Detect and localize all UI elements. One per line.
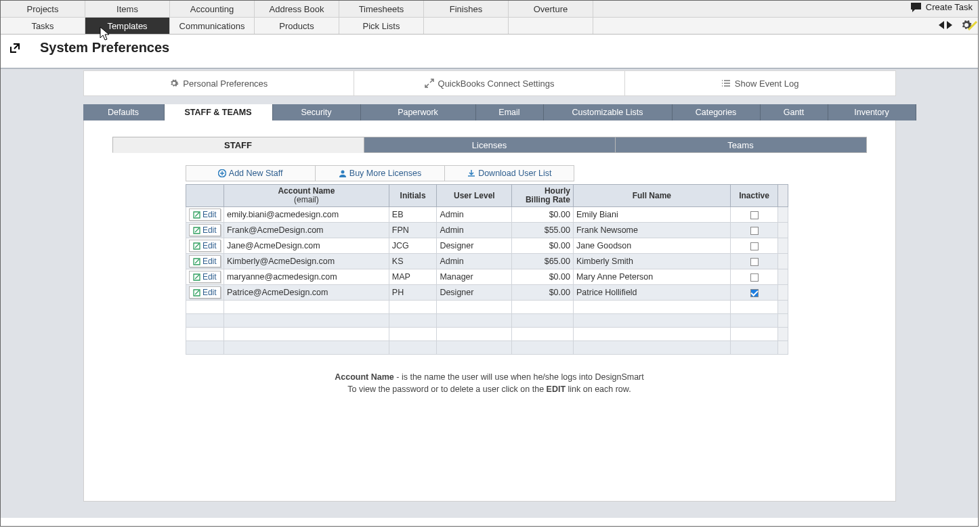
scroll-gutter [778,285,788,301]
nav-item-timesheets[interactable]: Timesheets [339,1,424,17]
pref-tab-categories[interactable]: Categories [673,104,761,120]
edit-button[interactable]: Edit [189,271,221,283]
cell-initials: KS [389,254,437,269]
preference-tabs: DefaultsSTAFF & TEAMSSecurityPaperworkEm… [83,104,896,120]
cell-fullname: Emily Biani [573,207,730,223]
checkbox-icon[interactable] [750,242,759,250]
personal-preferences-button[interactable]: Personal Preferences [83,70,355,96]
cell-rate: $0.00 [512,269,574,285]
staff-subtabs: STAFFLicensesTeams [112,137,867,153]
cell-fullname: Kimberly Smith [573,254,730,269]
cell-fullname: Patrice Hollifield [573,285,730,301]
edit-button[interactable]: Edit [189,255,221,267]
checkbox-icon[interactable] [750,273,759,282]
cell-level: Admin [437,254,512,269]
nav-prev-icon[interactable] [939,21,944,29]
nav-item-items[interactable]: Items [85,1,170,17]
nav-next-icon[interactable] [947,21,952,29]
pref-tab-customizable-lists[interactable]: Customizable Lists [544,104,673,120]
pref-tab-paperwork[interactable]: Paperwork [361,104,476,120]
subnav-item-templates[interactable]: Templates [85,18,170,34]
pref-tab-security[interactable]: Security [273,104,361,120]
show-event-log-label: Show Event Log [735,79,799,89]
cell-initials: EB [389,207,437,223]
cell-rate: $0.00 [512,238,574,254]
subtab-teams[interactable]: Teams [616,137,867,153]
nav-item-address-book[interactable]: Address Book [255,1,339,17]
subnav-item-products[interactable]: Products [255,18,339,34]
create-task-button[interactable]: Create Task [911,2,973,12]
checkbox-icon[interactable] [750,227,759,235]
checkbox-icon[interactable] [750,211,759,219]
cell-initials: PH [389,285,437,301]
scroll-gutter [778,254,788,269]
table-row-empty [186,341,788,355]
cell-level: Designer [437,238,512,254]
add-new-staff-button[interactable]: Add New Staff [186,165,316,181]
scroll-gutter [778,223,788,238]
cell-inactive[interactable] [730,223,778,238]
download-user-list-label: Download User List [478,169,551,178]
edit-button[interactable]: Edit [189,240,221,252]
pref-tab-gantt[interactable]: Gantt [761,104,828,120]
pref-tab-email[interactable]: Email [476,104,544,120]
table-row-empty [186,328,788,341]
pref-tab-defaults[interactable]: Defaults [83,104,165,120]
nav-item-finishes[interactable]: Finishes [424,1,509,17]
cell-email: Kimberly@AcmeDesign.com [223,254,389,269]
subnav-item-communications[interactable]: Communications [170,18,255,34]
col-edit [186,185,223,207]
add-new-staff-label: Add New Staff [229,169,283,178]
help-l1-rest: - is the name the user will use when he/… [394,372,644,382]
svg-line-0 [968,22,977,30]
cell-fullname: Frank Newsome [573,223,730,238]
subtab-staff[interactable]: STAFF [112,137,364,153]
subnav-item-blank [509,18,593,34]
scroll-gutter [778,207,788,223]
edit-button[interactable]: Edit [189,224,221,236]
help-l2-b: EDIT [547,384,566,394]
cell-inactive[interactable] [730,254,778,269]
scroll-gutter [778,238,788,254]
popout-icon[interactable] [9,42,21,54]
person-icon [339,169,347,177]
cell-inactive[interactable] [730,238,778,254]
checkbox-icon[interactable] [750,289,759,297]
table-row: EditFrank@AcmeDesign.comFPNAdmin$55.00Fr… [186,223,788,238]
cell-inactive[interactable] [730,285,778,301]
edit-button[interactable]: Edit [189,208,221,221]
cell-email: Frank@AcmeDesign.com [223,223,389,238]
col-level: User Level [437,185,512,207]
cell-inactive[interactable] [730,207,778,223]
show-event-log-button[interactable]: Show Event Log [625,70,896,96]
subnav-item-tasks[interactable]: Tasks [1,18,85,34]
table-row: Editemily.biani@acmedesign.comEBAdmin$0.… [186,207,788,223]
nav-item-overture[interactable]: Overture [509,1,593,17]
help-l2-c: link on each row. [566,384,631,394]
cell-rate: $0.00 [512,207,574,223]
cell-rate: $0.00 [512,285,574,301]
staff-table: Account Name (email) Initials User Level… [186,184,788,355]
quickbooks-settings-button[interactable]: QuickBooks Connect Settings [354,70,625,96]
subtab-licenses[interactable]: Licenses [364,137,616,153]
download-user-list-button[interactable]: Download User List [445,165,574,181]
speech-bubble-icon [911,3,922,12]
cell-initials: JCG [389,238,437,254]
scroll-gutter [778,185,788,207]
table-row: Editmaryanne@acmedesign.comMAPManager$0.… [186,269,788,285]
subnav-item-pick-lists[interactable]: Pick Lists [339,18,424,34]
table-row: EditJane@AcmeDesign.comJCGDesigner$0.00J… [186,238,788,254]
pref-tab-inventory[interactable]: Inventory [828,104,916,120]
buy-more-licenses-button[interactable]: Buy More Licenses [316,165,445,181]
cell-rate: $55.00 [512,223,574,238]
cell-email: maryanne@acmedesign.com [223,269,389,285]
nav-item-projects[interactable]: Projects [1,1,85,17]
cell-level: Designer [437,285,512,301]
edit-button[interactable]: Edit [189,286,221,299]
cell-level: Admin [437,223,512,238]
cell-inactive[interactable] [730,269,778,285]
nav-item-accounting[interactable]: Accounting [170,1,255,17]
pref-tab-staff-teams[interactable]: STAFF & TEAMS [165,104,273,120]
checkbox-icon[interactable] [750,258,759,266]
col-rate-l2: Billing Rate [515,196,570,204]
